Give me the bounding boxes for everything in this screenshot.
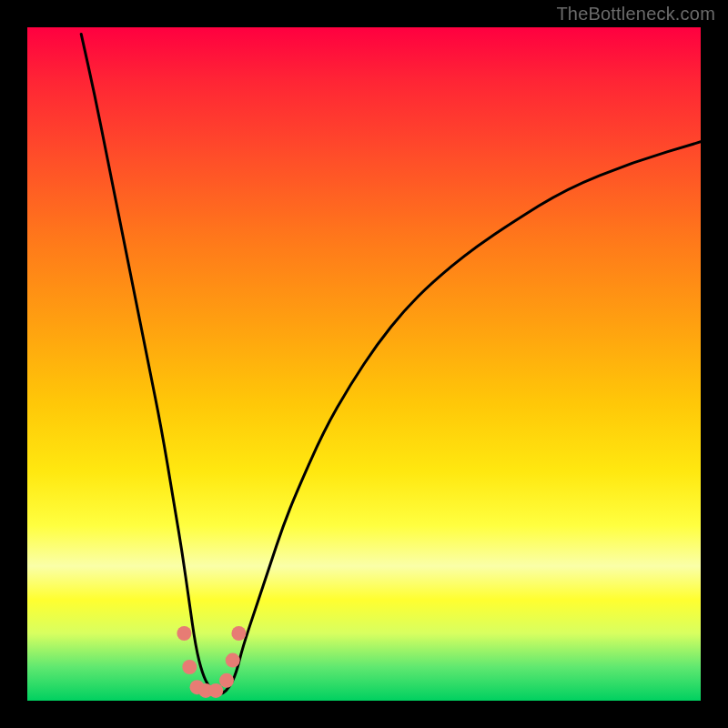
- marker-dot: [177, 626, 191, 641]
- bottleneck-curve: [81, 34, 701, 693]
- marker-dot: [231, 626, 246, 641]
- marker-dot: [208, 683, 223, 698]
- chart-overlay: [27, 27, 701, 701]
- marker-dot: [219, 673, 234, 688]
- marker-dot: [182, 660, 197, 674]
- chart-frame: TheBottleneck.com: [0, 0, 728, 728]
- watermark-text: TheBottleneck.com: [556, 4, 715, 25]
- highlight-markers: [177, 626, 246, 698]
- plot-area: [27, 27, 701, 701]
- marker-dot: [226, 653, 240, 668]
